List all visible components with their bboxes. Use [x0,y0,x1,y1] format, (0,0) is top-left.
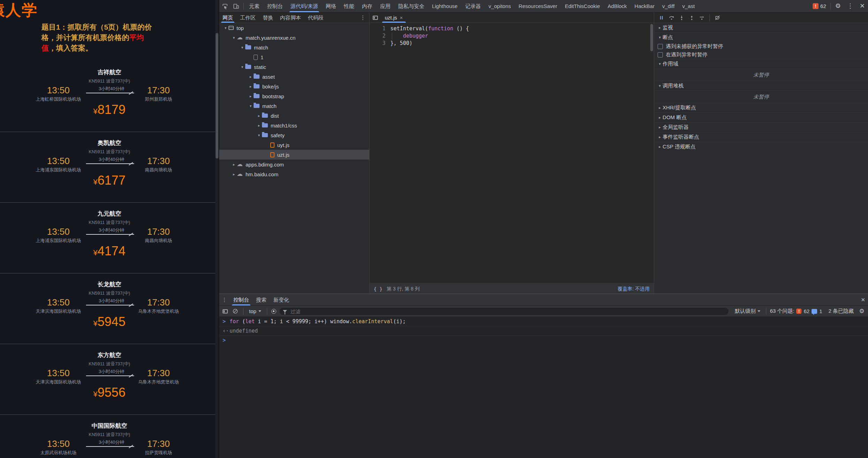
settings-gear-icon[interactable]: ⚙ [832,0,844,12]
clear-console-icon[interactable] [231,308,239,315]
section-arrow-icon[interactable]: ▸ [657,125,662,130]
code-line[interactable]: 1setInterval(function () { [370,25,654,32]
console-input-row[interactable]: > [219,336,868,345]
page-scrollbar[interactable] [215,0,219,458]
step-over-icon[interactable] [668,14,675,22]
main-tab-v_diff[interactable]: v_diff [658,0,679,12]
section-arrow-icon[interactable]: ▾ [657,35,662,40]
console-settings-gear-icon[interactable]: ⚙ [858,308,866,315]
debugger-section-作用域[interactable]: ▾作用域 [654,59,868,69]
console-context-selector[interactable]: top [248,308,263,314]
editor-tab-close-icon[interactable]: × [400,13,403,23]
sources-nav-kebab-icon[interactable]: ⋮ [357,14,369,21]
step-out-icon[interactable] [688,14,696,22]
tree-item-dist[interactable]: ▸dist [219,111,369,121]
main-tab-EditThisCookie[interactable]: EditThisCookie [561,0,604,12]
console-level-selector[interactable]: 默认级别 [732,308,763,315]
debugger-section-DOM 断点[interactable]: ▸DOM 断点 [654,112,868,122]
tree-item-1[interactable]: 1 [219,52,369,62]
checkbox[interactable] [658,44,663,49]
console-filter[interactable] [279,307,729,316]
tree-arrow-icon[interactable]: ▸ [231,172,237,177]
main-tab-隐私与安全[interactable]: 隐私与安全 [394,0,428,12]
drawer-tab-搜索[interactable]: 搜索 [253,294,270,305]
sources-nav-tab-工作区[interactable]: 工作区 [237,13,259,23]
main-tab-网络[interactable]: 网络 [322,0,340,12]
tree-arrow-icon[interactable]: ▾ [231,36,237,40]
main-tab-Lighthouse[interactable]: Lighthouse [428,0,461,12]
live-expression-eye-icon[interactable] [271,309,276,314]
debugger-section-XHR/提取断点[interactable]: ▸XHR/提取断点 [654,103,868,112]
coverage-link[interactable]: 覆盖率: 不适用 [618,286,650,292]
issues-counter[interactable]: 63 个问题: ! 62 1 [766,308,826,315]
main-tab-HackBar[interactable]: HackBar [631,0,659,12]
sources-nav-tab-替换[interactable]: 替换 [259,13,277,23]
drawer-tab-控制台[interactable]: 控制台 [230,294,253,305]
main-tab-v_opitons[interactable]: v_opitons [485,0,515,12]
tree-arrow-icon[interactable]: ▸ [248,75,254,79]
device-toolbar-icon[interactable] [232,2,240,10]
error-count[interactable]: 62 [820,3,826,9]
breakpoint-option[interactable]: 遇到未捕获的异常时暂停 [654,42,868,51]
tree-arrow-icon[interactable]: ▾ [239,65,245,69]
drawer-tab-新变化[interactable]: 新变化 [270,294,293,305]
console-sidebar-toggle-icon[interactable] [223,309,228,313]
debugger-section-CSP 违规断点[interactable]: ▸CSP 违规断点 [654,142,868,152]
tree-item-hm.baidu.com[interactable]: ▸☁hm.baidu.com [219,169,369,179]
pause-script-icon[interactable] [658,14,665,22]
main-tab-控制台[interactable]: 控制台 [263,0,287,12]
section-arrow-icon[interactable]: ▸ [657,25,662,30]
console-result-row[interactable]: ‹· undefined [219,326,868,336]
breakpoint-option[interactable]: 在遇到异常时暂停 [654,51,868,59]
tree-arrow-icon[interactable]: ▸ [231,162,237,167]
tree-item-boke/js[interactable]: ▸boke/js [219,81,369,91]
debugger-section-调用堆栈[interactable]: ▾调用堆栈 [654,81,868,91]
main-tab-内存[interactable]: 内存 [358,0,376,12]
debugger-section-断点[interactable]: ▾断点 [654,32,868,42]
drawer-close-icon[interactable]: ✕ [858,294,868,305]
editor-tab-uzt-js[interactable]: uzt.js × [381,13,406,23]
section-arrow-icon[interactable]: ▾ [657,62,662,66]
console-command-row[interactable]: > for (let i = 1; i < 99999; i++) window… [219,317,868,326]
tree-item-top[interactable]: ▾top [219,23,369,33]
code-line[interactable]: 2 debugger [370,32,654,40]
tree-item-match1/css[interactable]: ▸match1/css [219,121,369,130]
devtools-close-icon[interactable]: ✕ [857,0,868,12]
page-scrollbar-thumb[interactable] [216,33,218,158]
tree-item-match[interactable]: ▾match [219,101,369,111]
inspect-element-icon[interactable] [221,2,229,10]
tree-item-safety[interactable]: ▾safety [219,130,369,140]
debugger-section-事件监听器断点[interactable]: ▸事件监听器断点 [654,132,868,142]
section-arrow-icon[interactable]: ▸ [657,115,662,120]
tree-arrow-icon[interactable]: ▾ [256,133,262,138]
devtools-menu-kebab-icon[interactable]: ⋮ [844,0,857,12]
tree-arrow-icon[interactable]: ▸ [256,123,262,128]
main-tab-ResourcesSaver[interactable]: ResourcesSaver [515,0,561,12]
tree-arrow-icon[interactable]: ▸ [248,94,254,99]
step-icon[interactable] [698,14,706,22]
checkbox[interactable] [658,52,663,57]
tree-item-apps.bdimg.com[interactable]: ▸☁apps.bdimg.com [219,160,369,169]
console-filter-input[interactable] [290,308,690,315]
tree-arrow-icon[interactable]: ▾ [223,26,228,30]
code-line[interactable]: 3}, 500) [370,40,654,47]
main-tab-应用[interactable]: 应用 [376,0,394,12]
drawer-kebab-icon[interactable]: ⋮ [219,297,230,303]
code-editor-content[interactable]: 1setInterval(function () {2 debugger3}, … [370,23,654,283]
pretty-print-icon[interactable]: { } [374,286,382,292]
tree-arrow-icon[interactable]: ▸ [256,114,262,118]
step-into-icon[interactable] [678,14,685,22]
editor-scrollbar-thumb[interactable] [650,24,653,51]
tree-item-match[interactable]: ▾match [219,42,369,52]
tree-item-bootstrap[interactable]: ▸bootstrap [219,91,369,101]
section-arrow-icon[interactable]: ▾ [657,84,662,88]
deactivate-breakpoints-icon[interactable] [714,14,721,22]
section-arrow-icon[interactable]: ▸ [657,145,662,149]
main-tab-源代码/来源[interactable]: 源代码/来源 [287,0,322,12]
navigator-panel-toggle-icon[interactable] [373,16,378,20]
tree-item-match.yuanrenxue.cn[interactable]: ▾☁match.yuanrenxue.cn [219,33,369,42]
error-badge-icon[interactable]: ! [813,3,819,9]
tree-item-asset[interactable]: ▸asset [219,72,369,81]
sources-nav-tab-网页[interactable]: 网页 [219,13,237,23]
sources-nav-tab-代码段[interactable]: 代码段 [304,13,327,23]
